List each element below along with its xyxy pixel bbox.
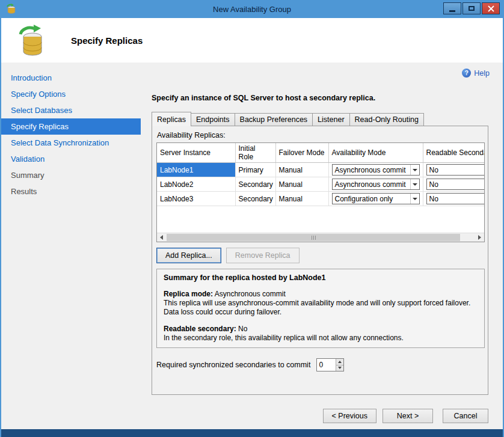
scroll-left-button[interactable] (157, 233, 166, 242)
arrow-up-icon (338, 361, 342, 363)
availability-replicas-label: Availability Replicas: (157, 131, 484, 139)
minimize-button[interactable] (443, 2, 461, 14)
readable-secondary-value: No (429, 195, 438, 203)
readable-secondary-dropdown[interactable]: No (426, 179, 485, 190)
help-icon: ? (462, 69, 471, 78)
cell-role: Secondary (235, 177, 275, 192)
close-button[interactable] (482, 2, 500, 14)
replica-mode-description: This replica will use asynchronous-commi… (164, 299, 478, 317)
col-availability-mode[interactable]: Availability Mode (328, 143, 423, 163)
chevron-down-icon (410, 165, 419, 175)
dialog-window: New Availability Group Specify Replicas (0, 0, 504, 437)
availability-mode-dropdown[interactable]: Asynchronous commit (332, 164, 420, 176)
chevron-down-icon (410, 194, 419, 204)
col-readable-secondary[interactable]: Readable Secondary (423, 143, 485, 163)
maximize-button[interactable] (463, 2, 481, 14)
cell-role: Primary (235, 163, 275, 177)
page-title: Specify Replicas (71, 35, 143, 46)
sidebar-item-validation[interactable]: Validation (1, 151, 141, 167)
readable-secondary-value: No (429, 180, 438, 189)
readable-secondary-description: In the secondary role, this availability… (164, 334, 478, 343)
availability-group-icon (16, 23, 47, 57)
availability-mode-dropdown[interactable]: Asynchronous commit (332, 179, 420, 190)
col-failover-mode[interactable]: Failover Mode (275, 143, 328, 163)
chevron-down-icon (410, 179, 419, 189)
readable-secondary-dropdown[interactable]: No (426, 193, 485, 204)
cell-server-labnode3[interactable]: LabNode3 (157, 192, 235, 206)
sidebar-item-data-synchronization[interactable]: Select Data Synchronization (1, 135, 141, 151)
replicas-grid: Server Instance Initial Role Failover Mo… (156, 142, 485, 242)
arrow-down-icon (338, 367, 342, 369)
spinner-up-button[interactable] (336, 359, 343, 365)
readable-secondary-dropdown[interactable]: No (426, 164, 485, 176)
table-row[interactable]: LabNode3 Secondary Manual Configuration … (157, 192, 485, 206)
add-replica-button[interactable]: Add Replica... (156, 248, 221, 263)
replica-mode-value: Asynchronous commit (213, 290, 286, 298)
help-label: Help (474, 69, 490, 78)
availability-mode-value: Asynchronous commit (335, 180, 406, 189)
required-secondaries-label: Required synchronized secondaries to com… (156, 361, 310, 369)
grid-header-row: Server Instance Initial Role Failover Mo… (157, 143, 485, 163)
sidebar-item-select-databases[interactable]: Select Databases (1, 102, 141, 118)
tab-strip: Replicas Endpoints Backup Preferences Li… (152, 112, 503, 126)
help-link[interactable]: ? Help (462, 69, 490, 78)
horizontal-scrollbar[interactable] (157, 233, 484, 242)
sidebar-item-specify-options[interactable]: Specify Options (1, 86, 141, 102)
previous-button[interactable]: < Previous (323, 409, 376, 423)
tab-listener[interactable]: Listener (312, 113, 349, 126)
sidebar-item-results: Results (1, 183, 141, 200)
cell-failover: Manual (275, 163, 328, 177)
tab-endpoints[interactable]: Endpoints (191, 113, 235, 126)
cell-role: Secondary (235, 192, 275, 206)
tab-read-only-routing[interactable]: Read-Only Routing (349, 113, 424, 126)
availability-mode-value: Asynchronous commit (335, 166, 406, 174)
cell-failover: Manual (275, 192, 328, 206)
spinner-down-button[interactable] (336, 365, 343, 371)
wizard-footer: < Previous Next > Cancel (1, 403, 503, 429)
cell-server-labnode1[interactable]: LabNode1 (157, 163, 235, 177)
scroll-right-button[interactable] (475, 233, 484, 242)
table-row[interactable]: LabNode2 Secondary Manual Asynchronous c… (157, 177, 485, 192)
required-secondaries-stepper[interactable] (316, 358, 344, 371)
replica-summary-box: Summary for the replica hosted by LabNod… (156, 269, 485, 348)
window-title: New Availability Group (1, 5, 503, 14)
cell-server-labnode2[interactable]: LabNode2 (157, 177, 235, 192)
window-bottom-border (1, 429, 503, 437)
maximize-icon (469, 6, 475, 11)
cell-failover: Manual (275, 177, 328, 192)
sidebar-item-summary: Summary (1, 167, 141, 183)
arrow-right-icon (478, 235, 481, 240)
summary-title: Summary for the replica hosted by LabNod… (164, 274, 478, 282)
cancel-button[interactable]: Cancel (443, 409, 488, 423)
readable-secondary-label: Readable secondary: (164, 325, 236, 333)
readable-secondary-summary-value: No (236, 325, 248, 333)
wizard-steps-sidebar: Introduction Specify Options Select Data… (1, 63, 141, 403)
availability-mode-value: Configuration only (335, 195, 393, 203)
readable-secondary-value: No (429, 166, 438, 174)
tab-backup-preferences[interactable]: Backup Preferences (235, 113, 313, 126)
close-icon (488, 5, 494, 12)
minimize-icon (449, 10, 455, 12)
next-button[interactable]: Next > (383, 409, 433, 423)
wizard-header: Specify Replicas (1, 18, 503, 63)
tab-replicas[interactable]: Replicas (152, 112, 191, 126)
replicas-tab-panel: Availability Replicas: Server Instance I… (152, 126, 488, 395)
col-initial-role[interactable]: Initial Role (235, 143, 275, 163)
title-bar[interactable]: New Availability Group (1, 0, 503, 18)
remove-replica-button: Remove Replica (226, 248, 300, 263)
replica-mode-label: Replica mode: (164, 290, 213, 298)
availability-mode-dropdown[interactable]: Configuration only (332, 193, 420, 204)
table-row[interactable]: LabNode1 Primary Manual Asynchronous com… (157, 163, 485, 177)
col-server-instance[interactable]: Server Instance (157, 143, 235, 163)
scrollbar-thumb[interactable] (167, 234, 460, 241)
sidebar-item-specify-replicas[interactable]: Specify Replicas (1, 118, 141, 135)
sidebar-item-introduction[interactable]: Introduction (1, 70, 141, 86)
main-content: ? Help Specify an instance of SQL Server… (141, 63, 503, 403)
instruction-text: Specify an instance of SQL Server to hos… (152, 94, 503, 102)
arrow-left-icon (160, 235, 163, 240)
required-secondaries-input[interactable] (317, 359, 336, 371)
